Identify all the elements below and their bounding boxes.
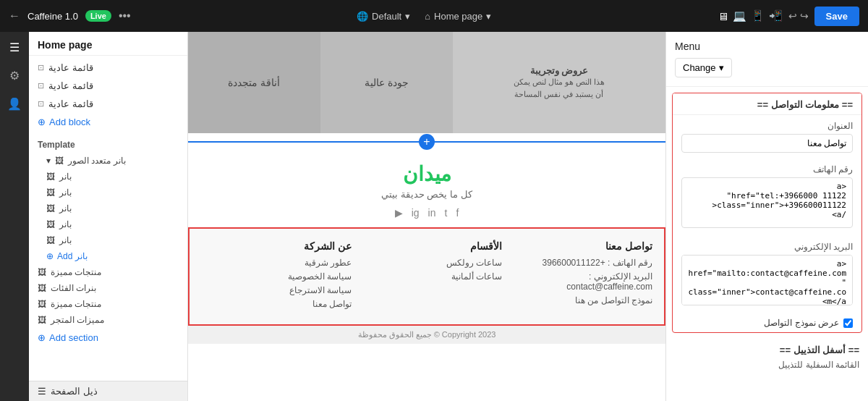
email-textarea[interactable]: <a href="mailto:contact@caffeine.com" cl… bbox=[681, 255, 853, 305]
sub-items-list: 🖼 بانر 🖼 بانر 🖼 بانر 🖼 بانر 🖼 بان bbox=[29, 169, 187, 264]
main-content-area: ميدان كل ما يخص حديقة بيتي f t in ig ▶ ت… bbox=[188, 151, 665, 344]
menu-label: Menu bbox=[675, 41, 859, 52]
more-button[interactable]: ••• bbox=[119, 9, 131, 22]
footer-col-about: عن الشركة عطور شرقية سياسة الخصوصية سياس… bbox=[201, 240, 352, 313]
canvas-inner: عروض وتجريبة هذا النص هو مثال لنص يمكنأن… bbox=[188, 32, 665, 401]
footer-col-sections: الأقسام ساعات رولكس ساعات ألمانية bbox=[352, 240, 502, 313]
top-card-1[interactable]: عروض وتجريبة هذا النص هو مثال لنص يمكنأن… bbox=[453, 32, 665, 133]
footer-page-item[interactable]: ☰ ذيل الصفحة bbox=[29, 381, 187, 401]
top-card-3[interactable]: أناقة متجددة bbox=[188, 32, 320, 133]
sub-item-2[interactable]: 🖼 بانر bbox=[29, 185, 187, 200]
laptop-icon[interactable]: 💻 bbox=[733, 9, 746, 22]
youtube-icon[interactable]: ▶ bbox=[395, 207, 403, 219]
copyright-bar: Copyright 2023 © جميع الحقوق محفوظة bbox=[188, 326, 665, 344]
footer-col3-item1: عطور شرقية bbox=[201, 258, 352, 268]
footer-col3-item2: سياسة الخصوصية bbox=[201, 271, 352, 282]
undo-button[interactable]: ↩ bbox=[788, 10, 797, 22]
right-footer-section: == أسفل التذييل == القائمة السفلية للتذي… bbox=[666, 339, 868, 379]
users-icon[interactable]: 👤 bbox=[4, 94, 25, 114]
expand-icon: ▾ bbox=[46, 156, 51, 166]
save-button[interactable]: Save bbox=[814, 7, 859, 26]
left-panel-header: Home page bbox=[29, 32, 187, 56]
footer-col3-item4: تواصل معنا bbox=[201, 299, 352, 309]
list-item2[interactable]: ⊡ قائمة عادية bbox=[29, 77, 187, 95]
mobile-icon[interactable]: 📲 bbox=[769, 9, 783, 22]
show-form-label: عرض نموذج التواصل bbox=[764, 318, 839, 328]
add-block-button[interactable]: ⊕ Add block bbox=[29, 113, 187, 131]
card1-title: عروض وتجريبة bbox=[530, 65, 589, 76]
banner-icon2: 🖼 bbox=[46, 187, 55, 198]
footer-nav-label: القائمة السفلية للتذييل bbox=[675, 360, 859, 370]
add-banner-button[interactable]: ⊕ Add بانر bbox=[29, 248, 187, 264]
email-label: البريد الإلكتروني bbox=[681, 242, 853, 252]
add-section-divider[interactable]: + bbox=[419, 134, 435, 150]
contact-section-header: == معلومات التواصل == bbox=[673, 93, 861, 115]
banner-icon3: 🖼 bbox=[46, 203, 55, 214]
section-items-list: 🖼 منتجات مميزة 🖼 بنرات الفئات 🖼 منتجات م… bbox=[29, 264, 187, 328]
section-icon2: 🖼 bbox=[38, 283, 46, 293]
email-field: البريد الإلكتروني <a href="mailto:contac… bbox=[673, 236, 861, 313]
crop-icon1: ⊡ bbox=[38, 63, 44, 72]
sub-item-4[interactable]: 🖼 بانر bbox=[29, 216, 187, 232]
instagram-icon[interactable]: ig bbox=[412, 207, 420, 219]
footer-icon: ☰ bbox=[38, 386, 46, 397]
card2-label: جودة عالية bbox=[365, 77, 409, 88]
topbar-left: ← Caffeine 1.0 Live ••• bbox=[9, 9, 131, 22]
image-icon: 🖼 bbox=[55, 156, 64, 166]
footer-section-title: == أسفل التذييل == bbox=[675, 345, 859, 355]
icon-sidebar: ☰ ⚙ 👤 bbox=[0, 32, 29, 401]
sub-item-5[interactable]: 🖼 بانر bbox=[29, 232, 187, 248]
sub-item-1[interactable]: 🖼 بانر bbox=[29, 169, 187, 185]
phone-label: رقم الهاتف bbox=[681, 164, 853, 174]
default-dropdown[interactable]: 🌐 Default ▾ bbox=[357, 11, 410, 22]
home-page-dropdown[interactable]: ⌂ Home page ▾ bbox=[425, 11, 491, 22]
right-menu-section: Menu Change ▾ bbox=[666, 32, 868, 87]
twitter-icon[interactable]: t bbox=[445, 207, 448, 219]
desktop-icon[interactable]: 🖥 bbox=[718, 10, 728, 22]
footer-col1-title: تواصل معنا bbox=[502, 240, 652, 252]
pages-icon[interactable]: ☰ bbox=[7, 38, 22, 57]
settings-icon[interactable]: ⚙ bbox=[7, 66, 22, 85]
section-icon4: 🖼 bbox=[38, 315, 46, 325]
plus-icon-section: ⊕ bbox=[38, 332, 46, 343]
contact-info-panel: == معلومات التواصل == العنوان رقم الهاتف… bbox=[672, 93, 862, 333]
home-icon: ⌂ bbox=[425, 11, 430, 22]
card3-label: أناقة متجددة bbox=[228, 77, 280, 88]
show-form-checkbox[interactable] bbox=[843, 318, 853, 328]
footer-col2-item1: ساعات رولكس bbox=[352, 258, 502, 268]
address-input[interactable] bbox=[681, 134, 853, 153]
facebook-icon[interactable]: f bbox=[456, 207, 459, 219]
chevron-down-icon: ▾ bbox=[405, 11, 410, 22]
banner-icon4: 🖼 bbox=[46, 219, 55, 229]
crop-icon3: ⊡ bbox=[38, 99, 44, 109]
left-panel: Home page ⊡ قائمة عادية ⊡ قائمة عادية ⊡ … bbox=[29, 32, 188, 401]
left-panel-content: ⊡ قائمة عادية ⊡ قائمة عادية ⊡ قائمة عادي… bbox=[29, 56, 187, 381]
section-item-1[interactable]: 🖼 منتجات مميزة bbox=[29, 264, 187, 280]
section-item-3[interactable]: 🖼 منتجات مميزة bbox=[29, 296, 187, 312]
phone-field: رقم الهاتف <a href="tel:+3966000 11122" … bbox=[673, 159, 861, 236]
redo-button[interactable]: ↪ bbox=[800, 10, 809, 22]
change-button[interactable]: Change ▾ bbox=[675, 58, 732, 77]
topbar-right: 🖥 💻 📱 📲 ↩ ↪ Save bbox=[718, 7, 859, 26]
linkedin-icon[interactable]: in bbox=[428, 207, 436, 219]
top-card-2[interactable]: جودة عالية bbox=[320, 32, 453, 133]
live-badge: Live bbox=[85, 10, 111, 22]
back-button[interactable]: ← bbox=[9, 9, 20, 22]
sub-item-3[interactable]: 🖼 بانر bbox=[29, 200, 187, 216]
banner-icon1: 🖼 bbox=[46, 172, 55, 182]
plus-icon-block: ⊕ bbox=[38, 117, 46, 127]
section-item-4[interactable]: 🖼 مميزات المتجر bbox=[29, 312, 187, 328]
add-section-button[interactable]: ⊕ Add section bbox=[29, 328, 187, 347]
address-label: العنوان bbox=[681, 121, 853, 131]
tablet-icon[interactable]: 📱 bbox=[751, 9, 765, 22]
section-item-2[interactable]: 🖼 بنرات الفئات bbox=[29, 280, 187, 296]
section-icon1: 🖼 bbox=[38, 267, 46, 277]
footer-col2-item2: ساعات ألمانية bbox=[352, 271, 502, 282]
template-section-title: Template bbox=[29, 134, 187, 153]
top-cards-row: عروض وتجريبة هذا النص هو مثال لنص يمكنأن… bbox=[188, 32, 665, 133]
multi-banner-item[interactable]: ▾ 🖼 بانر متعدد الصور bbox=[29, 153, 187, 169]
phone-textarea[interactable]: <a href="tel:+3966000 11122" class="inne… bbox=[681, 177, 853, 228]
list-item3[interactable]: ⊡ قائمة عادية bbox=[29, 95, 187, 113]
footer-section: تواصل معنا رقم الهاتف : +396600011122 ال… bbox=[188, 227, 665, 326]
list-item[interactable]: ⊡ قائمة عادية bbox=[29, 59, 187, 77]
